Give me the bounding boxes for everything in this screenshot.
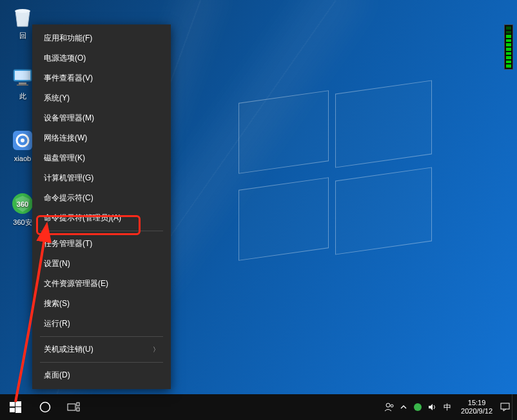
- svg-point-20: [414, 403, 422, 411]
- svg-rect-21: [501, 403, 509, 409]
- start-button[interactable]: [0, 394, 31, 420]
- menu-item-label: 计算机管理(G): [44, 173, 93, 184]
- menu-item-label: 命令提示符(管理员)(A): [44, 213, 121, 224]
- gear-icon: [10, 128, 35, 153]
- circle-icon: [39, 401, 51, 413]
- task-view-icon: [67, 402, 80, 412]
- menu-item-label: 关机或注销(U): [44, 344, 93, 355]
- svg-point-18: [386, 403, 390, 407]
- computer-icon: [10, 64, 35, 90]
- menu-item-shutdown-signout[interactable]: 关机或注销(U) 〉: [32, 339, 171, 359]
- windows-logo-icon: [10, 401, 21, 413]
- menu-item-label: 搜索(S): [44, 298, 70, 309]
- svg-rect-16: [77, 403, 79, 406]
- cortana-button[interactable]: [31, 394, 59, 420]
- speaker-icon: [427, 403, 436, 412]
- menu-item-label: 电源选项(O): [44, 53, 86, 64]
- desktop[interactable]: 回 此 xiaob 360 360安 应用和功能(F) 电源选项(O) 事件查看…: [0, 0, 517, 420]
- chevron-right-icon: 〉: [153, 345, 159, 354]
- menu-item-label: 桌面(D): [44, 370, 70, 381]
- menu-item-file-explorer[interactable]: 文件资源管理器(E): [32, 274, 171, 294]
- menu-item-label: 网络连接(W): [44, 133, 87, 144]
- task-view-button[interactable]: [59, 394, 88, 420]
- menu-item-power-options[interactable]: 电源选项(O): [32, 48, 171, 68]
- menu-separator: [40, 231, 163, 231]
- menu-item-label: 系统(Y): [44, 93, 70, 104]
- menu-item-run[interactable]: 运行(R): [32, 314, 171, 334]
- svg-text:360: 360: [17, 200, 28, 208]
- clock-date: 2020/9/12: [461, 407, 493, 415]
- show-desktop-button[interactable]: [512, 394, 517, 420]
- svg-rect-2: [15, 71, 30, 80]
- menu-item-label: 运行(R): [44, 318, 70, 329]
- menu-item-label: 磁盘管理(K): [44, 153, 85, 164]
- people-button[interactable]: [382, 394, 396, 420]
- wallpaper-pane: [239, 90, 329, 174]
- shield-icon: [413, 403, 422, 412]
- menu-item-apps-features[interactable]: 应用和功能(F): [32, 28, 171, 48]
- wallpaper-pane: [239, 177, 329, 261]
- tray-chevron[interactable]: [396, 394, 411, 420]
- shield-icon: 360: [10, 191, 35, 216]
- menu-item-search[interactable]: 搜索(S): [32, 294, 171, 314]
- tray-icon-360[interactable]: [411, 394, 425, 420]
- menu-item-device-manager[interactable]: 设备管理器(M): [32, 108, 171, 128]
- ime-indicator[interactable]: 中: [439, 394, 456, 420]
- tray-volume[interactable]: [425, 394, 439, 420]
- people-icon: [384, 402, 395, 412]
- taskbar: 中 15:19 2020/9/12: [0, 394, 517, 420]
- svg-rect-12: [10, 408, 15, 412]
- wallpaper-pane: [335, 80, 432, 167]
- menu-item-label: 命令提示符(C): [44, 193, 93, 204]
- menu-item-label: 任务管理器(T): [44, 238, 92, 249]
- svg-rect-13: [15, 407, 21, 413]
- menu-item-cmd[interactable]: 命令提示符(C): [32, 188, 171, 208]
- menu-item-label: 事件查看器(V): [44, 73, 93, 84]
- svg-rect-11: [15, 401, 21, 406]
- menu-item-task-manager[interactable]: 任务管理器(T): [32, 234, 171, 254]
- svg-rect-15: [68, 404, 75, 410]
- menu-item-label: 应用和功能(F): [44, 33, 92, 44]
- menu-item-label: 设备管理器(M): [44, 113, 94, 124]
- menu-separator: [40, 336, 163, 337]
- menu-item-computer-management[interactable]: 计算机管理(G): [32, 168, 171, 188]
- svg-rect-17: [77, 408, 79, 411]
- volume-meter: [504, 24, 513, 70]
- menu-item-disk-management[interactable]: 磁盘管理(K): [32, 148, 171, 168]
- menu-separator: [40, 362, 163, 363]
- svg-point-14: [41, 403, 50, 412]
- menu-item-label: 设置(N): [44, 258, 70, 269]
- menu-item-event-viewer[interactable]: 事件查看器(V): [32, 68, 171, 88]
- notification-icon: [500, 403, 510, 412]
- action-center-button[interactable]: [498, 394, 512, 420]
- menu-item-settings[interactable]: 设置(N): [32, 254, 171, 274]
- svg-point-7: [21, 138, 24, 142]
- chevron-up-icon: [400, 404, 407, 410]
- winx-menu: 应用和功能(F) 电源选项(O) 事件查看器(V) 系统(Y) 设备管理器(M)…: [32, 24, 171, 389]
- svg-point-0: [15, 9, 30, 13]
- menu-item-cmd-admin[interactable]: 命令提示符(管理员)(A): [32, 208, 171, 228]
- menu-item-system[interactable]: 系统(Y): [32, 88, 171, 108]
- recycle-bin-icon: [10, 4, 35, 30]
- menu-item-network-connections[interactable]: 网络连接(W): [32, 128, 171, 148]
- menu-item-label: 文件资源管理器(E): [44, 278, 108, 289]
- wallpaper-pane: [335, 167, 432, 254]
- svg-rect-4: [17, 84, 28, 86]
- taskbar-clock[interactable]: 15:19 2020/9/12: [456, 399, 498, 415]
- svg-rect-10: [10, 402, 15, 406]
- menu-item-desktop[interactable]: 桌面(D): [32, 365, 171, 385]
- svg-point-19: [391, 405, 393, 407]
- clock-time: 15:19: [461, 399, 493, 407]
- svg-rect-3: [19, 82, 26, 84]
- system-tray: 中 15:19 2020/9/12: [382, 394, 517, 420]
